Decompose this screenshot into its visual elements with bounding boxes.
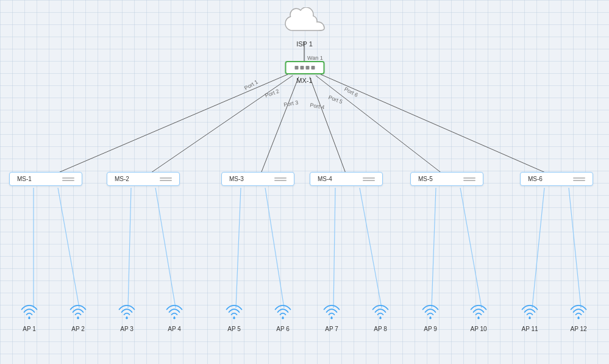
svg-point-27 (77, 317, 79, 319)
ap-12: AP 12 (569, 304, 588, 332)
network-diagram: { "isp": { "label": "ISP 1" }, "mx": { "… (0, 0, 609, 364)
svg-line-6 (321, 74, 558, 178)
ap-11: AP 11 (520, 304, 540, 332)
ms5-indicators (463, 177, 475, 181)
svg-line-10 (155, 188, 176, 308)
ms6-line1 (573, 177, 585, 179)
ms2-box: MS-2 (107, 172, 180, 186)
svg-line-11 (236, 188, 241, 308)
svg-line-14 (360, 188, 382, 308)
mx-indicators (294, 66, 315, 70)
ms6-line2 (573, 180, 585, 181)
ms1-line2 (62, 180, 74, 181)
ms4-line2 (363, 180, 375, 181)
svg-line-9 (128, 188, 131, 308)
switch-ms5: MS-5 (410, 172, 483, 186)
ap-2: AP 2 (68, 304, 88, 332)
ms5-line2 (463, 180, 475, 181)
svg-point-37 (577, 317, 580, 319)
ap-5: AP 5 (224, 304, 244, 332)
svg-line-18 (569, 188, 581, 308)
svg-point-33 (379, 317, 382, 319)
svg-point-32 (330, 317, 333, 319)
svg-line-4 (310, 77, 347, 178)
svg-point-29 (173, 317, 176, 319)
ms6-indicators (573, 177, 585, 181)
svg-line-1 (46, 74, 288, 178)
ms4-label: MS-4 (318, 176, 332, 182)
ms3-box: MS-3 (221, 172, 294, 186)
ap3-label: AP 3 (120, 326, 134, 332)
mx-label: MX-1 (296, 77, 312, 84)
mx-box (285, 61, 324, 74)
switch-ms1: MS-1 (9, 172, 82, 186)
ms3-line1 (274, 177, 287, 179)
svg-line-2 (143, 76, 293, 178)
ap2-label: AP 2 (71, 326, 85, 332)
ap7-label: AP 7 (325, 326, 338, 332)
ap-6: AP 6 (273, 304, 293, 332)
ms3-line2 (274, 180, 287, 181)
svg-point-31 (282, 317, 284, 319)
ms6-label: MS-6 (528, 176, 543, 182)
wifi-icon-11 (520, 304, 540, 323)
ap-8: AP 8 (371, 304, 390, 332)
ap1-label: AP 1 (23, 326, 36, 332)
ms4-line1 (363, 177, 375, 179)
ms3-label: MS-3 (229, 176, 244, 182)
ap10-label: AP 10 (470, 326, 486, 332)
ms1-label: MS-1 (17, 176, 32, 182)
svg-point-28 (126, 317, 128, 319)
wifi-icon-9 (421, 304, 440, 323)
ms2-indicators (160, 177, 172, 181)
ms4-box: MS-4 (310, 172, 383, 186)
ms1-indicators (62, 177, 74, 181)
svg-line-3 (259, 77, 299, 178)
switch-ms6: MS-6 (520, 172, 593, 186)
wifi-icon-5 (224, 304, 244, 323)
ms6-box: MS-6 (520, 172, 593, 186)
ap11-label: AP 11 (521, 326, 538, 332)
isp-node: ISP 1 (280, 7, 329, 48)
svg-point-26 (28, 317, 30, 319)
svg-point-36 (529, 317, 531, 319)
svg-text:Port 1: Port 1 (243, 79, 259, 91)
svg-line-13 (333, 188, 335, 308)
ap-7: AP 7 (322, 304, 341, 332)
wifi-icon-2 (68, 304, 88, 323)
svg-text:Wan 1: Wan 1 (307, 55, 323, 61)
svg-point-30 (233, 317, 235, 319)
switch-ms2: MS-2 (107, 172, 180, 186)
svg-text:Port 2: Port 2 (264, 88, 280, 99)
ms4-indicators (363, 177, 375, 181)
ap8-label: AP 8 (374, 326, 387, 332)
svg-line-16 (460, 188, 482, 308)
connections-svg: Port 1 Port 2 Port 3 Port 4 Port 5 Port … (0, 0, 609, 364)
ap4-label: AP 4 (168, 326, 181, 332)
svg-text:Port 4: Port 4 (310, 102, 325, 110)
svg-line-12 (265, 188, 284, 308)
svg-line-8 (58, 188, 79, 308)
ms1-line1 (62, 177, 74, 179)
wifi-icon-7 (322, 304, 341, 323)
ms2-line1 (160, 177, 172, 179)
svg-line-17 (532, 188, 544, 308)
wifi-icon-6 (273, 304, 293, 323)
mx-dot-2 (300, 66, 304, 70)
wifi-icon-3 (117, 304, 137, 323)
mx-dot-4 (311, 66, 315, 70)
ap-9: AP 9 (421, 304, 440, 332)
svg-point-35 (477, 317, 480, 319)
wifi-icon-1 (20, 304, 39, 323)
ms2-label: MS-2 (115, 176, 129, 182)
ap-1: AP 1 (20, 304, 39, 332)
mx-dot-1 (294, 66, 298, 70)
ap5-label: AP 5 (227, 326, 241, 332)
switch-ms3: MS-3 (221, 172, 294, 186)
svg-point-34 (429, 317, 432, 319)
wifi-icon-4 (165, 304, 184, 323)
ms5-box: MS-5 (410, 172, 483, 186)
svg-text:Port 3: Port 3 (283, 99, 299, 108)
mx-dot-3 (305, 66, 309, 70)
wifi-icon-12 (569, 304, 588, 323)
